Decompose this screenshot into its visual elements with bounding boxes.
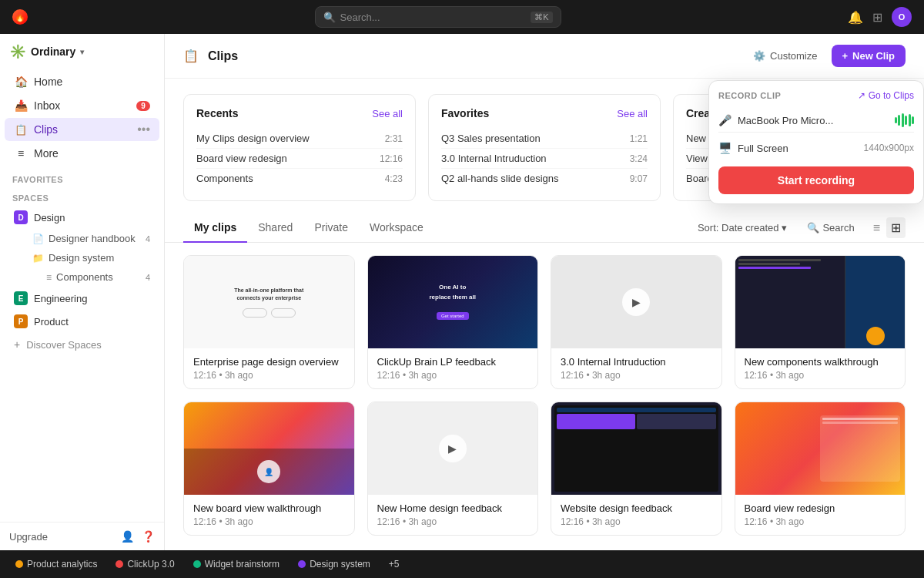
plus-new-icon: + [842,50,849,62]
new-clip-button[interactable]: + New Clip [832,45,906,67]
clip-name-7: Website design feedback [561,502,712,514]
grid-view-button[interactable]: ⊞ [886,217,906,238]
recent-item-2[interactable]: Board view redesign 12:16 [196,149,403,169]
tab-private[interactable]: Private [303,213,359,243]
tab-shared[interactable]: Shared [247,213,303,243]
recent-item-1[interactable]: My Clips design overview 2:31 [196,129,403,149]
clip-meta-1: 12:16 • 3h ago [193,370,345,381]
favorites-see-all[interactable]: See all [617,108,648,119]
doc-handbook-badge: 4 [146,234,150,244]
clip-card-6[interactable]: ▶ New Home design feedback 12:16 • 3h ag… [367,402,539,536]
start-recording-button[interactable]: Start recording [718,166,914,194]
shape-2 [271,308,296,318]
doc-design-system[interactable]: 📁 Design system [5,249,159,267]
taskbar-dot-3 [193,560,201,568]
sidebar-item-inbox[interactable]: 📥 Inbox 9 [5,94,159,117]
clip-card-1[interactable]: The all-in-one platform thatconnects you… [183,255,355,389]
clip-thumb-6: ▶ [368,402,538,495]
space-design-label: Design [34,212,65,223]
clip-time-1: 12:16 [193,370,216,381]
recent-item-3[interactable]: Components 4:23 [196,169,403,188]
clips-sidebar-icon: 📋 [14,123,28,136]
clip-card-7[interactable]: Website design feedback 12:16 • 3h ago [551,402,722,536]
sidebar-item-home[interactable]: 🏠 Home [5,70,159,93]
fav-item-3-name: Q2 all-hands slide designs [441,173,558,184]
inbox-icon: 📥 [14,99,28,113]
new-clip-label: New Clip [852,50,895,62]
taskbar-item-1[interactable]: Product analytics [9,556,103,572]
sidebar-item-more[interactable]: ≡ More [5,142,159,165]
taskbar-item-4[interactable]: Design system [292,556,377,572]
tab-workspace[interactable]: Workspace [359,213,434,243]
clip-name-5: New board view walkthrough [193,502,345,514]
upgrade-button[interactable]: Upgrade [9,531,112,543]
top-bar: 🔥 🔍 Search... ⌘K 🔔 ⊞ O [0,0,924,34]
clip-thumb-2: One AI to replace them all Get started [368,256,538,348]
discover-spaces-label: Discover Spaces [26,339,102,351]
fav-item-2-time: 3:24 [630,153,648,164]
clip-thumb-1: The all-in-one platform thatconnects you… [184,256,354,348]
user-avatar[interactable]: O [892,7,912,27]
clips-search-button[interactable]: 🔍 Search [801,218,860,237]
space-design[interactable]: D Design [5,207,159,228]
mic-device-name: MacBook Pro Micro... [738,115,889,126]
doc-designer-handbook[interactable]: 📄 Designer handbook 4 [5,230,159,247]
fav-item-1[interactable]: Q3 Sales presentation 1:21 [441,129,648,149]
recents-see-all[interactable]: See all [372,108,403,119]
taskbar-item-3[interactable]: Widget brainstorm [187,556,286,572]
thumb-left-panel [735,256,846,348]
clip-card-3[interactable]: ▶ 3.0 Internal Intruduction 12:16 • 3h a… [551,255,722,389]
clip-card-5[interactable]: 👤 New board view walkthrough 12:16 • 3h … [183,402,355,536]
view-toggle: ≡ ⊞ [869,217,906,238]
fav-item-3[interactable]: Q2 all-hands slide designs 9:07 [441,169,648,188]
clip-info-7: Website design feedback 12:16 • 3h ago [551,495,721,535]
workspace-name: Ordinary [31,45,75,58]
customize-button[interactable]: ⚙️ Customize [745,45,825,66]
clip-card-2[interactable]: One AI to replace them all Get started C… [367,255,539,389]
help-icon[interactable]: ❓ [142,530,155,543]
clip-name-1: Enterprise page design overview [193,356,345,368]
sidebar-bottom: Upgrade 👤 ❓ [0,522,164,550]
doc-components[interactable]: ≡ Components 4 [5,268,159,286]
person-icon[interactable]: 👤 [121,530,134,543]
chevron-sort-icon: ▾ [782,222,787,234]
engineering-avatar: E [14,291,28,305]
clip-card-8[interactable]: Board view redesign 12:16 • 3h ago [735,402,906,536]
sort-button[interactable]: Sort: Date created ▾ [691,218,794,237]
home-icon: 🏠 [14,75,28,89]
tab-my-clips[interactable]: My clips [183,213,247,243]
grid-icon[interactable]: ⊞ [872,10,882,25]
taskbar-item-overflow[interactable]: +5 [383,556,406,572]
notifications-icon[interactable]: 🔔 [848,10,863,25]
discover-spaces[interactable]: + Discover Spaces [5,334,159,355]
audio-device-row: 🎤 MacBook Pro Micro... [718,109,914,133]
recent-item-2-time: 12:16 [380,153,403,164]
list-view-button[interactable]: ≡ [869,217,885,238]
taskbar-label-3: Widget brainstorm [205,559,280,570]
chevron-down-icon: ▾ [80,48,84,56]
workspace-header[interactable]: ✳️ Ordinary ▾ [0,34,164,66]
inbox-badge: 9 [136,101,150,111]
clip-info-6: New Home design feedback 12:16 • 3h ago [368,495,538,535]
clip-name-6: New Home design feedback [377,502,529,514]
space-product[interactable]: P Product [5,311,159,332]
space-engineering[interactable]: E Engineering [5,287,159,309]
fav-item-2[interactable]: 3.0 Internal Intruduction 3:24 [441,149,648,169]
customize-icon: ⚙️ [753,50,765,62]
fav-item-1-name: Q3 Sales presentation [441,133,541,144]
goto-clips-link[interactable]: ↗ Go to Clips [858,90,914,101]
favorites-header: Favorites See all [441,107,648,119]
clip-card-4[interactable]: New components walkthrough 12:16 • 3h ag… [735,255,906,389]
search-icon: 🔍 [323,12,336,23]
sidebar-item-clips[interactable]: 📋 Clips ••• [5,118,159,141]
favorites-section-label: Favorites [0,169,164,187]
thumb-shapes [201,308,336,318]
favorites-title: Favorites [441,107,489,119]
screen-device-name: Full Screen [738,143,858,154]
more-dots-icon[interactable]: ••• [137,123,150,136]
taskbar-item-2[interactable]: ClickUp 3.0 [109,556,180,572]
global-search[interactable]: 🔍 Search... ⌘K [315,6,561,28]
clip-thumb-7 [551,402,721,495]
record-clip-dropdown: RECORD CLIP ↗ Go to Clips 🎤 MacBook Pro … [708,80,924,204]
fav-item-1-time: 1:21 [630,133,648,144]
